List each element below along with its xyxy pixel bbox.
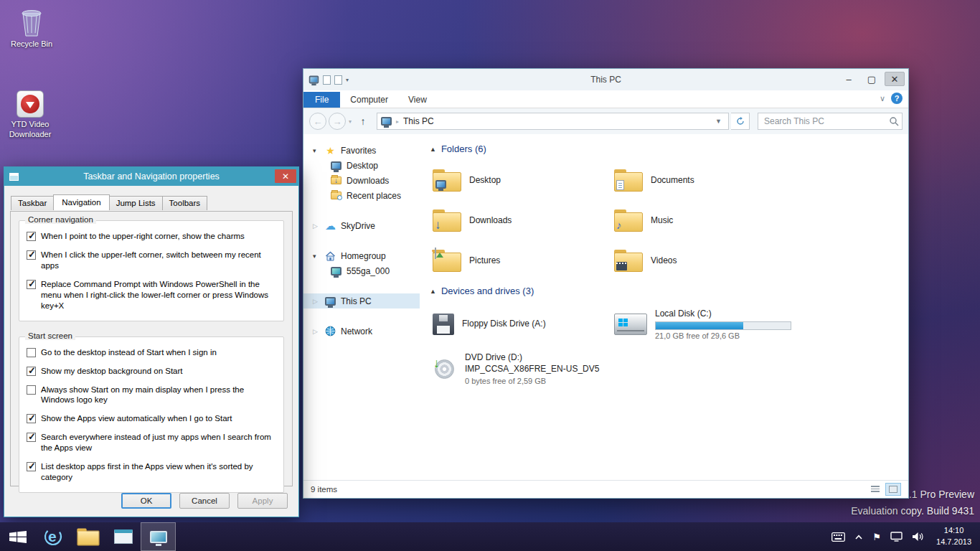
- drive-item-floppy[interactable]: Floppy Disk Drive (A:): [430, 302, 611, 347]
- close-icon[interactable]: ✕: [275, 169, 296, 183]
- sidebar-item-homegroup[interactable]: ▾ Homegroup: [303, 248, 420, 263]
- tab-taskbar[interactable]: Taskbar: [11, 196, 54, 210]
- start-button[interactable]: [0, 522, 35, 551]
- folder-icon: [433, 250, 461, 272]
- checkbox-row[interactable]: When I point to the upper-right corner, …: [27, 231, 276, 242]
- checkbox[interactable]: [27, 414, 36, 423]
- back-button[interactable]: ←: [309, 113, 326, 130]
- folder-item-desktop[interactable]: Desktop: [430, 160, 611, 200]
- sidebar-item-desktop[interactable]: Desktop: [303, 158, 420, 173]
- drive-item-local-disk-c[interactable]: Local Disk (C:) 21,0 GB free of 29,6 GB: [611, 302, 826, 347]
- breadcrumb-chevron-icon[interactable]: ▸: [395, 118, 400, 125]
- checkbox-row[interactable]: Search everywhere instead of just my app…: [27, 432, 276, 453]
- sidebar-item-favorites[interactable]: ▾ ★ Favorites: [303, 143, 420, 158]
- section-header-devices[interactable]: ▲ Devices and drives (3): [430, 286, 901, 296]
- details-view-button[interactable]: [867, 483, 883, 496]
- taskbar-button-properties-window[interactable]: [105, 522, 141, 551]
- checkbox[interactable]: [27, 348, 36, 357]
- search-field[interactable]: [758, 113, 903, 130]
- refresh-button[interactable]: [731, 113, 750, 130]
- sidebar-item-homegroup-user[interactable]: 555ga_000: [303, 263, 420, 278]
- hard-drive-icon: [614, 314, 647, 335]
- checkbox-row[interactable]: Always show Start on my main display whe…: [27, 385, 276, 406]
- sidebar-item-this-pc[interactable]: ▷ This PC: [303, 293, 420, 309]
- chevron-right-icon[interactable]: ▷: [313, 328, 320, 335]
- maximize-button[interactable]: ▢: [862, 72, 882, 86]
- sidebar-item-network[interactable]: ▷ Network: [303, 324, 420, 339]
- tab-navigation[interactable]: Navigation: [53, 194, 109, 210]
- sidebar-item-recent-places[interactable]: Recent places: [303, 188, 420, 203]
- volume-icon[interactable]: [912, 532, 924, 542]
- folder-item-videos[interactable]: Videos: [611, 240, 826, 281]
- chevron-down-icon[interactable]: ▾: [313, 147, 320, 154]
- sidebar-label: Downloads: [347, 176, 389, 186]
- checkbox-row[interactable]: Show the Apps view automatically when I …: [27, 413, 276, 424]
- folder-item-downloads[interactable]: ↓ Downloads: [430, 200, 611, 240]
- address-box[interactable]: ▸ This PC ▼: [377, 113, 729, 130]
- touch-keyboard-icon[interactable]: [831, 532, 845, 542]
- thumbnail-view-button[interactable]: [885, 483, 901, 496]
- ribbon-tab-computer[interactable]: Computer: [340, 92, 398, 108]
- desktop-icon-ytd[interactable]: YTD Video Downloader: [0, 86, 60, 140]
- network-icon[interactable]: [890, 532, 903, 542]
- checkbox[interactable]: [27, 462, 36, 471]
- checkbox-row[interactable]: Go to the desktop instead of Start when …: [27, 347, 276, 358]
- folder-item-documents[interactable]: Documents: [611, 160, 826, 200]
- dialog-title: Taskbar and Navigation properties: [4, 171, 298, 182]
- apply-button[interactable]: Apply: [237, 493, 288, 509]
- history-dropdown-icon[interactable]: ▾: [348, 118, 352, 125]
- forward-button[interactable]: →: [329, 113, 346, 130]
- recycle-bin-icon: [1, 6, 62, 37]
- breadcrumb-location[interactable]: This PC: [403, 116, 434, 126]
- tab-toolbars[interactable]: Toolbars: [162, 196, 207, 210]
- drive-item-dvd-d[interactable]: ↓ DVD Drive (D:) IMP_CCSA_X86FRE_EN-US_D…: [430, 347, 611, 391]
- taskbar-button-file-explorer[interactable]: [70, 522, 105, 551]
- network-globe-icon: [324, 326, 336, 336]
- folder-item-music[interactable]: ♪ Music: [611, 200, 826, 240]
- close-button[interactable]: ✕: [885, 72, 905, 86]
- checkbox[interactable]: [27, 250, 36, 260]
- dialog-titlebar[interactable]: Taskbar and Navigation properties ✕: [4, 167, 298, 186]
- expand-ribbon-icon[interactable]: ∨: [880, 94, 885, 103]
- address-dropdown-icon[interactable]: ▼: [712, 118, 725, 125]
- chevron-down-icon[interactable]: ▾: [313, 253, 320, 260]
- ribbon-tab-view[interactable]: View: [398, 92, 437, 108]
- sidebar-item-skydrive[interactable]: ▷ ☁ SkyDrive: [303, 218, 420, 233]
- checkbox-row[interactable]: Show my desktop background on Start: [27, 366, 276, 377]
- desktop-icon-recycle-bin[interactable]: Recycle Bin: [1, 6, 62, 50]
- checkbox-row[interactable]: List desktop apps first in the Apps view…: [27, 461, 276, 483]
- checkbox[interactable]: [27, 367, 36, 376]
- sidebar-label: Desktop: [347, 161, 378, 171]
- checkbox[interactable]: [27, 385, 36, 395]
- collapse-icon[interactable]: ▲: [430, 288, 436, 295]
- ribbon-tab-bar: File Computer View ∨ ?: [303, 90, 908, 108]
- ok-button[interactable]: OK: [121, 493, 171, 509]
- chevron-right-icon[interactable]: ▷: [313, 222, 320, 230]
- search-input[interactable]: [764, 116, 889, 126]
- up-button[interactable]: ↑: [354, 113, 372, 130]
- action-center-flag-icon[interactable]: ⚑: [872, 532, 881, 542]
- clock[interactable]: 14:10 14.7.2013: [933, 525, 971, 548]
- ribbon-tab-file[interactable]: File: [303, 92, 340, 108]
- checkbox-row[interactable]: Replace Command Prompt with Windows Powe…: [27, 279, 276, 311]
- collapse-icon[interactable]: ▲: [430, 146, 436, 153]
- checkbox[interactable]: [27, 280, 36, 289]
- minimize-button[interactable]: –: [839, 72, 859, 86]
- explorer-titlebar[interactable]: ▾ This PC – ▢ ✕: [303, 69, 908, 90]
- section-header-folders[interactable]: ▲ Folders (6): [430, 143, 901, 154]
- chevron-right-icon[interactable]: ▷: [313, 298, 320, 305]
- taskbar-button-internet-explorer[interactable]: e: [35, 522, 70, 551]
- show-hidden-icons-chevron[interactable]: [854, 534, 863, 540]
- tab-jump-lists[interactable]: Jump Lists: [109, 196, 163, 210]
- taskbar-button-active-app[interactable]: [141, 522, 176, 551]
- status-bar: 9 items: [303, 480, 908, 498]
- cancel-button[interactable]: Cancel: [179, 493, 230, 509]
- folder-item-pictures[interactable]: Pictures: [430, 240, 611, 281]
- checkbox[interactable]: [27, 232, 36, 241]
- floppy-drive-icon: [433, 314, 454, 335]
- sidebar-label: 555ga_000: [347, 266, 390, 276]
- checkbox-row[interactable]: When I click the upper-left corner, swit…: [27, 250, 276, 271]
- sidebar-item-downloads[interactable]: ↓ Downloads: [303, 173, 420, 188]
- help-icon[interactable]: ?: [891, 93, 903, 104]
- checkbox[interactable]: [27, 433, 36, 442]
